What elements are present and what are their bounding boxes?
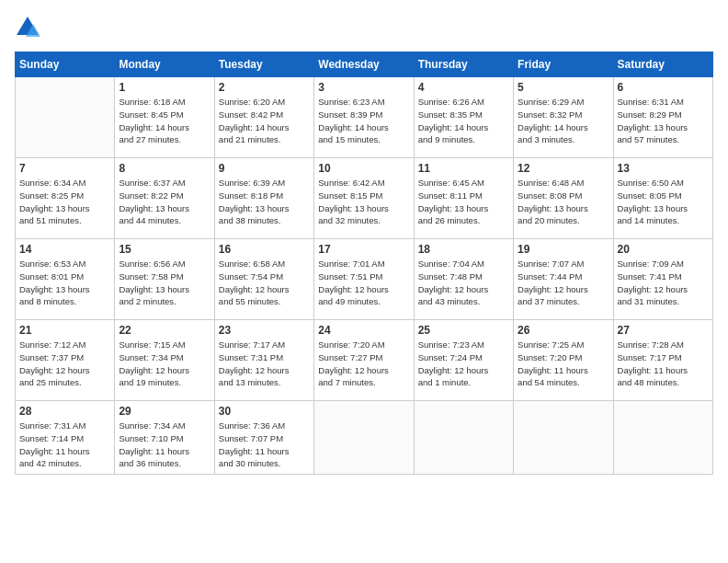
calendar-day-cell: 22Sunrise: 7:15 AM Sunset: 7:34 PM Dayli… bbox=[115, 320, 214, 401]
day-info: Sunrise: 7:23 AM Sunset: 7:24 PM Dayligh… bbox=[418, 339, 509, 389]
calendar-day-cell bbox=[613, 401, 712, 475]
calendar-day-cell: 1Sunrise: 6:18 AM Sunset: 8:45 PM Daylig… bbox=[115, 77, 214, 158]
day-number: 1 bbox=[119, 81, 210, 94]
calendar-week-row: 21Sunrise: 7:12 AM Sunset: 7:37 PM Dayli… bbox=[16, 320, 713, 401]
calendar-day-cell: 3Sunrise: 6:23 AM Sunset: 8:39 PM Daylig… bbox=[314, 77, 414, 158]
day-number: 24 bbox=[318, 324, 409, 337]
day-info: Sunrise: 7:12 AM Sunset: 7:37 PM Dayligh… bbox=[19, 339, 110, 389]
calendar-day-cell: 18Sunrise: 7:04 AM Sunset: 7:48 PM Dayli… bbox=[414, 239, 513, 320]
day-number: 18 bbox=[418, 243, 509, 256]
day-info: Sunrise: 7:01 AM Sunset: 7:51 PM Dayligh… bbox=[318, 258, 409, 308]
day-number: 27 bbox=[618, 324, 709, 337]
day-number: 15 bbox=[119, 243, 210, 256]
day-number: 9 bbox=[219, 162, 310, 175]
calendar-day-cell: 6Sunrise: 6:31 AM Sunset: 8:29 PM Daylig… bbox=[613, 77, 712, 158]
calendar-week-row: 7Sunrise: 6:34 AM Sunset: 8:25 PM Daylig… bbox=[16, 158, 713, 239]
calendar-day-cell: 2Sunrise: 6:20 AM Sunset: 8:42 PM Daylig… bbox=[214, 77, 313, 158]
day-info: Sunrise: 6:42 AM Sunset: 8:15 PM Dayligh… bbox=[318, 177, 409, 227]
calendar-day-cell: 14Sunrise: 6:53 AM Sunset: 8:01 PM Dayli… bbox=[16, 239, 115, 320]
day-number: 4 bbox=[418, 81, 509, 94]
day-info: Sunrise: 7:25 AM Sunset: 7:20 PM Dayligh… bbox=[518, 339, 609, 389]
day-info: Sunrise: 7:28 AM Sunset: 7:17 PM Dayligh… bbox=[618, 339, 709, 389]
calendar-day-cell: 26Sunrise: 7:25 AM Sunset: 7:20 PM Dayli… bbox=[514, 320, 613, 401]
calendar-day-cell: 9Sunrise: 6:39 AM Sunset: 8:18 PM Daylig… bbox=[214, 158, 313, 239]
calendar-day-cell: 8Sunrise: 6:37 AM Sunset: 8:22 PM Daylig… bbox=[115, 158, 214, 239]
day-info: Sunrise: 7:17 AM Sunset: 7:31 PM Dayligh… bbox=[219, 339, 310, 389]
day-info: Sunrise: 6:29 AM Sunset: 8:32 PM Dayligh… bbox=[518, 96, 609, 146]
day-number: 30 bbox=[219, 405, 310, 418]
calendar-day-cell bbox=[314, 401, 414, 475]
day-info: Sunrise: 6:48 AM Sunset: 8:08 PM Dayligh… bbox=[518, 177, 609, 227]
calendar-day-cell: 4Sunrise: 6:26 AM Sunset: 8:35 PM Daylig… bbox=[414, 77, 513, 158]
calendar-day-cell: 15Sunrise: 6:56 AM Sunset: 7:58 PM Dayli… bbox=[115, 239, 214, 320]
day-info: Sunrise: 6:45 AM Sunset: 8:11 PM Dayligh… bbox=[418, 177, 509, 227]
calendar-day-cell: 23Sunrise: 7:17 AM Sunset: 7:31 PM Dayli… bbox=[214, 320, 313, 401]
day-number: 28 bbox=[19, 405, 110, 418]
calendar-week-row: 28Sunrise: 7:31 AM Sunset: 7:14 PM Dayli… bbox=[16, 401, 713, 475]
calendar-day-cell: 24Sunrise: 7:20 AM Sunset: 7:27 PM Dayli… bbox=[314, 320, 414, 401]
day-info: Sunrise: 6:34 AM Sunset: 8:25 PM Dayligh… bbox=[19, 177, 110, 227]
day-info: Sunrise: 6:20 AM Sunset: 8:42 PM Dayligh… bbox=[219, 96, 310, 146]
calendar-day-cell: 17Sunrise: 7:01 AM Sunset: 7:51 PM Dayli… bbox=[314, 239, 414, 320]
calendar-day-cell bbox=[16, 77, 115, 158]
day-info: Sunrise: 7:15 AM Sunset: 7:34 PM Dayligh… bbox=[119, 339, 210, 389]
day-number: 13 bbox=[618, 162, 709, 175]
calendar-day-cell bbox=[414, 401, 513, 475]
calendar-week-row: 1Sunrise: 6:18 AM Sunset: 8:45 PM Daylig… bbox=[16, 77, 713, 158]
day-info: Sunrise: 7:20 AM Sunset: 7:27 PM Dayligh… bbox=[318, 339, 409, 389]
page-header bbox=[15, 15, 713, 40]
day-number: 19 bbox=[518, 243, 609, 256]
day-number: 21 bbox=[19, 324, 110, 337]
day-of-week-header: Monday bbox=[115, 52, 214, 77]
calendar-day-cell: 13Sunrise: 6:50 AM Sunset: 8:05 PM Dayli… bbox=[613, 158, 712, 239]
calendar-day-cell: 19Sunrise: 7:07 AM Sunset: 7:44 PM Dayli… bbox=[514, 239, 613, 320]
day-of-week-header: Thursday bbox=[414, 52, 513, 77]
calendar-body: 1Sunrise: 6:18 AM Sunset: 8:45 PM Daylig… bbox=[16, 77, 713, 475]
calendar-day-cell: 16Sunrise: 6:58 AM Sunset: 7:54 PM Dayli… bbox=[214, 239, 313, 320]
calendar-day-cell: 27Sunrise: 7:28 AM Sunset: 7:17 PM Dayli… bbox=[613, 320, 712, 401]
day-info: Sunrise: 7:36 AM Sunset: 7:07 PM Dayligh… bbox=[219, 419, 310, 470]
day-of-week-header: Sunday bbox=[16, 52, 115, 77]
day-info: Sunrise: 6:37 AM Sunset: 8:22 PM Dayligh… bbox=[119, 177, 210, 227]
calendar-day-cell: 28Sunrise: 7:31 AM Sunset: 7:14 PM Dayli… bbox=[16, 401, 115, 475]
day-number: 29 bbox=[119, 405, 210, 418]
day-info: Sunrise: 6:39 AM Sunset: 8:18 PM Dayligh… bbox=[219, 177, 310, 227]
day-info: Sunrise: 7:09 AM Sunset: 7:41 PM Dayligh… bbox=[618, 258, 709, 308]
calendar-table: SundayMondayTuesdayWednesdayThursdayFrid… bbox=[15, 52, 713, 475]
day-info: Sunrise: 6:31 AM Sunset: 8:29 PM Dayligh… bbox=[618, 96, 709, 146]
day-number: 17 bbox=[318, 243, 409, 256]
logo-icon bbox=[15, 15, 40, 40]
day-number: 11 bbox=[418, 162, 509, 175]
calendar-day-cell: 29Sunrise: 7:34 AM Sunset: 7:10 PM Dayli… bbox=[115, 401, 214, 475]
logo bbox=[15, 15, 44, 40]
day-info: Sunrise: 6:23 AM Sunset: 8:39 PM Dayligh… bbox=[318, 96, 409, 146]
calendar-day-cell: 11Sunrise: 6:45 AM Sunset: 8:11 PM Dayli… bbox=[414, 158, 513, 239]
day-of-week-header: Tuesday bbox=[214, 52, 313, 77]
day-number: 7 bbox=[19, 162, 110, 175]
day-number: 20 bbox=[618, 243, 709, 256]
day-number: 16 bbox=[219, 243, 310, 256]
day-info: Sunrise: 7:31 AM Sunset: 7:14 PM Dayligh… bbox=[19, 419, 110, 470]
day-number: 12 bbox=[518, 162, 609, 175]
day-info: Sunrise: 7:04 AM Sunset: 7:48 PM Dayligh… bbox=[418, 258, 509, 308]
calendar-day-cell: 5Sunrise: 6:29 AM Sunset: 8:32 PM Daylig… bbox=[514, 77, 613, 158]
calendar-day-cell: 12Sunrise: 6:48 AM Sunset: 8:08 PM Dayli… bbox=[514, 158, 613, 239]
day-info: Sunrise: 6:53 AM Sunset: 8:01 PM Dayligh… bbox=[19, 258, 110, 308]
day-info: Sunrise: 6:58 AM Sunset: 7:54 PM Dayligh… bbox=[219, 258, 310, 308]
day-info: Sunrise: 7:34 AM Sunset: 7:10 PM Dayligh… bbox=[119, 419, 210, 470]
day-info: Sunrise: 6:18 AM Sunset: 8:45 PM Dayligh… bbox=[119, 96, 210, 146]
day-info: Sunrise: 7:07 AM Sunset: 7:44 PM Dayligh… bbox=[518, 258, 609, 308]
day-number: 5 bbox=[518, 81, 609, 94]
day-info: Sunrise: 6:56 AM Sunset: 7:58 PM Dayligh… bbox=[119, 258, 210, 308]
day-of-week-header: Friday bbox=[514, 52, 613, 77]
calendar-day-cell: 30Sunrise: 7:36 AM Sunset: 7:07 PM Dayli… bbox=[214, 401, 313, 475]
day-number: 10 bbox=[318, 162, 409, 175]
calendar-day-cell: 10Sunrise: 6:42 AM Sunset: 8:15 PM Dayli… bbox=[314, 158, 414, 239]
day-info: Sunrise: 6:26 AM Sunset: 8:35 PM Dayligh… bbox=[418, 96, 509, 146]
calendar-header-row: SundayMondayTuesdayWednesdayThursdayFrid… bbox=[16, 52, 713, 77]
day-number: 14 bbox=[19, 243, 110, 256]
day-number: 6 bbox=[618, 81, 709, 94]
day-number: 8 bbox=[119, 162, 210, 175]
day-number: 26 bbox=[518, 324, 609, 337]
day-number: 22 bbox=[119, 324, 210, 337]
